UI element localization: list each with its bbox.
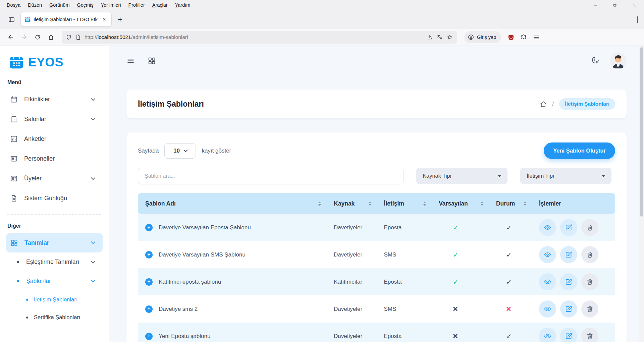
back-button[interactable]	[5, 31, 17, 43]
app-logo[interactable]: EYOS	[0, 52, 109, 79]
template-name: Davetiye Varsayılan Eposta Şablonu	[159, 224, 251, 231]
view-button[interactable]	[539, 328, 556, 342]
sidebar-item-salonlar[interactable]: Salonlar	[0, 109, 109, 129]
sidebar-item-eslestirme-tanimlari[interactable]: Eşleştirme Tanımları	[0, 252, 109, 272]
translate-icon[interactable]	[437, 34, 443, 40]
menu-yerimleri[interactable]: Yer imleri	[98, 1, 124, 9]
channel-type-filter[interactable]: İletişim Tipi	[520, 168, 611, 184]
source-type-filter[interactable]: Kaynak Tipi	[416, 168, 507, 184]
dark-mode-moon-icon[interactable]	[591, 56, 600, 66]
page-info-icon[interactable]	[75, 34, 81, 40]
view-button[interactable]	[539, 219, 556, 236]
app-menu-hamburger-icon[interactable]	[531, 32, 542, 43]
bookmark-star-icon[interactable]	[447, 34, 453, 40]
delete-button[interactable]	[581, 219, 598, 236]
table-row[interactable]: Yeni Eposta şablonu Davetiyeler Eposta ×…	[138, 323, 615, 342]
signin-button[interactable]: Giriş yap	[464, 31, 501, 43]
col-header-kaynak[interactable]: Kaynak	[326, 193, 376, 214]
menu-gecmis[interactable]: Geçmiş	[74, 1, 97, 9]
sidebar-item-iletisim-sablonlari[interactable]: İletişim Şablonları	[0, 291, 109, 308]
sidebar-item-sistem-gunlugu[interactable]: Sistem Günlüğü	[0, 188, 109, 208]
edit-button[interactable]	[560, 328, 577, 342]
sidebar-item-label: Üyeler	[24, 175, 42, 182]
menu-dosya[interactable]: Dosya	[3, 1, 24, 9]
address-bar[interactable]: http://localhost:5021/admin/iletisim-sab…	[62, 31, 457, 44]
delete-button[interactable]	[581, 273, 598, 290]
sidebar-item-etkinlikler[interactable]: Etkinlikler	[0, 90, 109, 109]
new-tab-button[interactable]: +	[114, 13, 126, 25]
expand-row-icon[interactable]	[145, 251, 153, 259]
tab-list-chevron[interactable]	[637, 16, 638, 22]
reload-button[interactable]	[32, 31, 44, 43]
ublock-extension-icon[interactable]	[505, 32, 517, 43]
edit-button[interactable]	[560, 273, 577, 290]
content-card: Sayfada 10 kayıt göster Yeni Şablon Oluş…	[126, 132, 627, 342]
check-icon: ✓	[453, 224, 459, 232]
source-cell: Davetiyeler	[326, 295, 376, 323]
expand-row-icon[interactable]	[145, 278, 153, 286]
extensions-puzzle-icon[interactable]	[518, 32, 529, 43]
sidebar-item-label: İletişim Şablonları	[34, 296, 77, 303]
view-button[interactable]	[539, 246, 556, 263]
col-header-iletisim[interactable]: İletişim	[377, 193, 432, 214]
view-button[interactable]	[539, 300, 556, 318]
home-icon[interactable]	[539, 100, 547, 108]
browser-navbar: http://localhost:5021/admin/iletisim-sab…	[0, 29, 644, 46]
expand-row-icon[interactable]	[145, 224, 153, 231]
restore-button[interactable]	[605, 0, 625, 10]
scrollbar-thumb[interactable]	[640, 47, 643, 217]
sidebar-item-sertifika-sablonlari[interactable]: Sertifika Şablonları	[0, 308, 109, 326]
new-template-button[interactable]: Yeni Şablon Oluştur	[544, 142, 615, 159]
check-icon: ✓	[453, 278, 459, 286]
menu-profiller[interactable]: Profiller	[125, 1, 148, 9]
sidebar-item-uyeler[interactable]: Üyeler	[0, 169, 109, 188]
table-row[interactable]: Davetiye Varsayılan Eposta Şablonu Davet…	[138, 214, 615, 241]
user-avatar[interactable]	[610, 52, 627, 69]
sort-icon	[318, 202, 321, 206]
table-row[interactable]: Katılımcı eposta şablonu Katılımcılar Ep…	[138, 268, 615, 295]
col-header-durum[interactable]: Durum	[489, 193, 532, 214]
expand-row-icon[interactable]	[145, 333, 153, 340]
delete-button[interactable]	[581, 300, 598, 318]
menu-araclar[interactable]: Araçlar	[149, 1, 171, 9]
page-scrollbar[interactable]	[639, 46, 644, 342]
delete-button[interactable]	[581, 246, 598, 263]
table-row[interactable]: Davetiye Varsayılan SMS Şablonu Davetiye…	[138, 241, 615, 268]
sidebar-item-anketler[interactable]: Anketler	[0, 129, 109, 149]
tab-close-button[interactable]: ×	[101, 16, 108, 23]
sidebar-toggle-hamburger-icon[interactable]	[126, 57, 135, 65]
edit-button[interactable]	[560, 300, 577, 318]
sidebar-item-tanimlar[interactable]: Tanımlar	[6, 233, 103, 252]
tracking-protection-shield-icon[interactable]	[66, 34, 72, 40]
template-name: Davetiye Varsayılan SMS Şablonu	[159, 251, 246, 258]
delete-button[interactable]	[581, 328, 598, 342]
breadcrumb-current[interactable]: İletişim Şablonları	[559, 98, 615, 110]
view-button[interactable]	[539, 273, 556, 290]
edit-button[interactable]	[560, 246, 577, 263]
calendar-icon	[10, 96, 18, 103]
firefox-view-icon[interactable]	[5, 13, 17, 25]
minimize-button[interactable]	[586, 0, 605, 10]
edit-button[interactable]	[560, 219, 577, 236]
table-row[interactable]: Davetiye sms 2 Davetiyeler SMS × ×	[138, 295, 615, 323]
page-size-suffix: kayıt göster	[202, 148, 231, 154]
check-icon: ✓	[506, 251, 512, 259]
page-size-select[interactable]: 10	[164, 143, 196, 159]
home-button[interactable]	[45, 31, 57, 43]
search-input[interactable]	[138, 168, 404, 184]
chevron-down-icon	[91, 97, 95, 101]
save-page-icon[interactable]	[427, 34, 433, 40]
col-header-varsayilan[interactable]: Varsayılan	[431, 193, 489, 214]
col-header-sablon-adi[interactable]: Şablon Adı	[138, 193, 326, 214]
menu-duzen[interactable]: Düzen	[24, 1, 45, 9]
sidebar-item-personeller[interactable]: Personeller	[0, 149, 109, 169]
expand-row-icon[interactable]	[145, 305, 153, 313]
apps-grid-icon[interactable]	[148, 57, 156, 65]
window-controls	[586, 0, 644, 10]
menu-yardim[interactable]: Yardım	[172, 1, 194, 9]
browser-tab[interactable]: İletişim Şablonları - TTSO Etkinl ×	[21, 12, 111, 26]
menu-gorunum[interactable]: Görünüm	[46, 1, 73, 9]
sidebar-item-sablonlar[interactable]: Şablonlar	[0, 272, 109, 291]
close-button[interactable]	[625, 0, 644, 10]
forward-button[interactable]	[18, 31, 30, 43]
